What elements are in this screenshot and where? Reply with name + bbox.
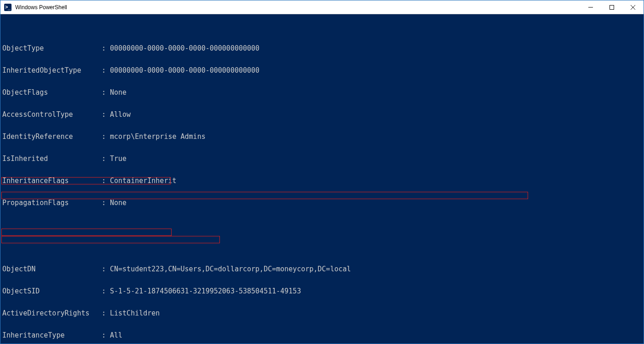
- window-titlebar: Windows PowerShell: [0, 0, 644, 14]
- highlight-box: [1, 192, 528, 199]
- powershell-icon: [4, 4, 12, 11]
- output-line: IdentityReference: mcorp\Enterprise Admi…: [2, 133, 642, 140]
- output-line: IsInherited: True: [2, 155, 642, 162]
- powershell-console[interactable]: ObjectType: 00000000-0000-0000-0000-0000…: [0, 14, 644, 344]
- highlight-box: [1, 236, 220, 243]
- output-line: PropagationFlags: None: [2, 199, 642, 206]
- svg-rect-1: [610, 5, 614, 9]
- output-line: InheritedObjectType: 00000000-0000-0000-…: [2, 67, 642, 74]
- output-line: ObjectType: 00000000-0000-0000-0000-0000…: [2, 45, 642, 52]
- minimize-button[interactable]: [580, 0, 601, 14]
- output-line: ObjectSID: S-1-5-21-1874506631-321995206…: [2, 287, 642, 295]
- window-title: Windows PowerShell: [15, 4, 580, 11]
- maximize-button[interactable]: [601, 0, 622, 14]
- output-line: InheritanceFlags: ContainerInherit: [2, 177, 642, 184]
- output-line: ActiveDirectoryRights: ListChildren: [2, 310, 642, 317]
- close-button[interactable]: [622, 0, 644, 14]
- output-line: InheritanceType: All: [2, 332, 642, 339]
- blank-line: [2, 229, 642, 236]
- output-line: ObjectFlags: None: [2, 89, 642, 96]
- output-line: AccessControlType: Allow: [2, 111, 642, 118]
- output-line: ObjectDN: CN=student223,CN=Users,DC=doll…: [2, 265, 642, 273]
- window-control-buttons: [580, 0, 644, 14]
